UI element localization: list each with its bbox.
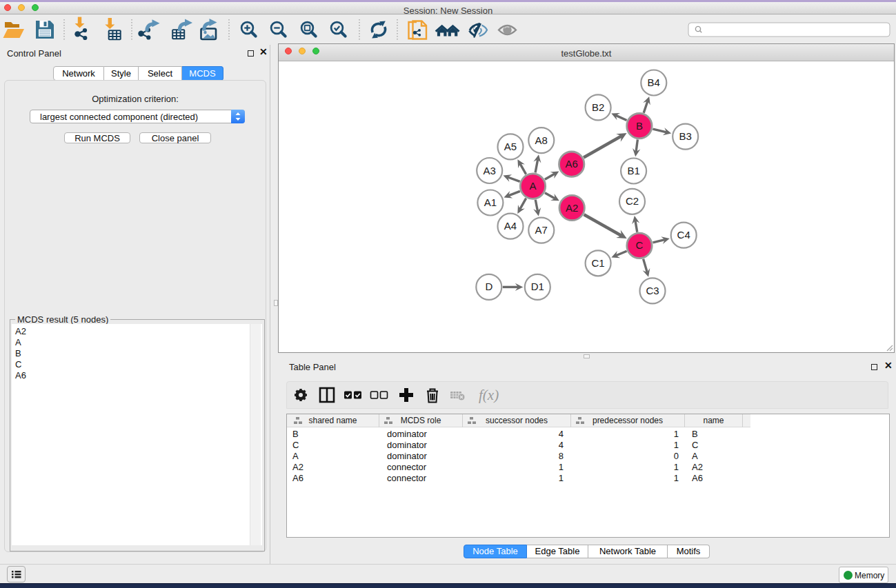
svg-text:C3: C3: [646, 284, 659, 296]
svg-text:A8: A8: [535, 134, 548, 145]
svg-text:B2: B2: [592, 101, 604, 112]
svg-text:D: D: [485, 281, 492, 292]
svg-text:A1: A1: [484, 196, 497, 208]
svg-text:C1: C1: [592, 256, 605, 268]
svg-text:B: B: [636, 119, 643, 131]
svg-text:D1: D1: [531, 281, 544, 292]
svg-text:A3: A3: [484, 164, 496, 176]
svg-text:B3: B3: [679, 130, 692, 142]
svg-text:C2: C2: [626, 195, 639, 207]
svg-text:B4: B4: [648, 77, 660, 88]
svg-text:C4: C4: [677, 229, 690, 241]
svg-text:C: C: [636, 239, 644, 251]
svg-text:A4: A4: [504, 220, 517, 232]
svg-text:A7: A7: [535, 224, 548, 236]
svg-text:B1: B1: [627, 165, 639, 176]
svg-text:f(x): f(x): [479, 387, 499, 403]
svg-text:A6: A6: [566, 158, 578, 170]
svg-text:A5: A5: [504, 140, 517, 152]
svg-text:A2: A2: [566, 201, 578, 213]
svg-text:A: A: [529, 180, 536, 192]
